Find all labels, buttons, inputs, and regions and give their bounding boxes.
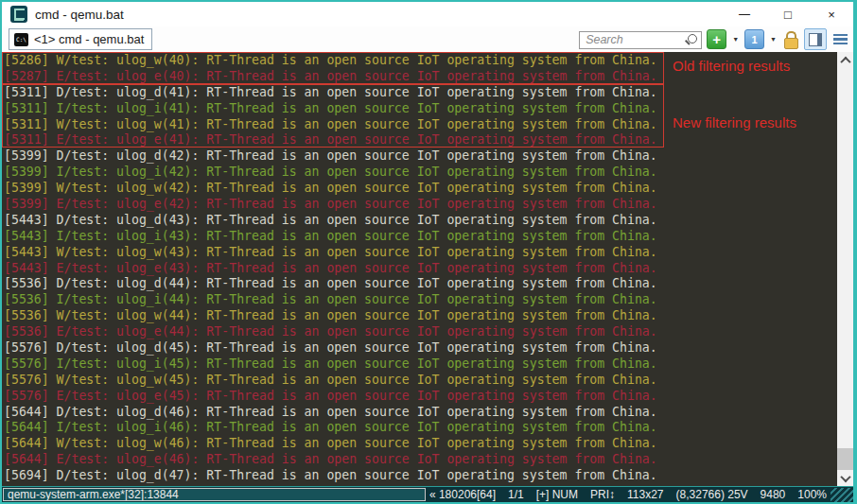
process-name: qemu-system-arm.exe*[32]:13844 xyxy=(3,488,426,501)
old-results-annotation-label: Old filtering results xyxy=(673,58,790,74)
window-title: cmd - qemu.bat xyxy=(35,8,124,22)
status-segment: « 180206[64] xyxy=(429,488,496,501)
window-number-button[interactable]: 1 xyxy=(744,29,764,49)
terminal-line: [5399] W/test: ulog_w(42): RT-Thread is … xyxy=(4,181,839,197)
terminal-line: [5576] E/test: ulog_e(45): RT-Thread is … xyxy=(4,389,839,405)
status-segment: (8,32766) 25V xyxy=(676,488,748,501)
maximize-button[interactable]: □ xyxy=(766,2,810,26)
scroll-down-button[interactable] xyxy=(837,470,853,486)
terminal-line: [5443] W/test: ulog_w(43): RT-Thread is … xyxy=(4,245,839,261)
terminal-line: [5536] W/test: ulog_w(44): RT-Thread is … xyxy=(4,308,839,324)
terminal-line: [5443] E/test: ulog_e(43): RT-Thread is … xyxy=(4,261,839,277)
status-bar: qemu-system-arm.exe*[32]:13844 « 180206[… xyxy=(2,486,853,502)
title-left: cmd - qemu.bat xyxy=(2,6,723,23)
terminal-line: [5443] D/test: ulog_d(43): RT-Thread is … xyxy=(4,213,839,229)
terminal-line: [5536] I/test: ulog_i(44): RT-Thread is … xyxy=(4,292,839,308)
terminal-output: [5286] W/test: ulog_w(40): RT-Thread is … xyxy=(2,52,853,486)
terminal-line: [5443] I/test: ulog_i(43): RT-Thread is … xyxy=(4,229,839,245)
new-console-dropdown-icon[interactable]: ▼ xyxy=(731,36,740,43)
lock-button[interactable] xyxy=(782,30,799,48)
terminal-line: [5576] W/test: ulog_w(45): RT-Thread is … xyxy=(4,373,839,389)
terminal-line: [5311] E/test: ulog_e(41): RT-Thread is … xyxy=(4,132,839,148)
search-input[interactable] xyxy=(579,31,702,49)
window-dropdown-icon[interactable]: ▼ xyxy=(769,36,778,43)
status-segment: 9480 xyxy=(761,488,786,501)
tab-bar: C:\ <1> cmd - qemu.bat + ▼ 1 ▼ xyxy=(2,26,853,52)
conemu-logo-icon xyxy=(10,6,27,23)
terminal-line: [5694] D/test: ulog_d(47): RT-Thread is … xyxy=(4,468,839,484)
terminal-line: [5644] W/test: ulog_w(46): RT-Thread is … xyxy=(4,436,839,452)
terminal-line: [5311] D/test: ulog_d(41): RT-Thread is … xyxy=(4,85,839,101)
hamburger-icon xyxy=(833,34,848,37)
status-segment: [+] NUM xyxy=(536,488,578,501)
terminal-line: [5644] I/test: ulog_i(46): RT-Thread is … xyxy=(4,420,839,436)
search-box xyxy=(579,30,702,48)
scroll-up-button[interactable] xyxy=(837,52,853,68)
tab-label: <1> cmd - qemu.bat xyxy=(34,32,144,46)
status-segment: 113x27 xyxy=(627,488,663,501)
status-segments: « 180206[64]1/1[+] NUMPRI↕113x27(8,32766… xyxy=(429,488,853,501)
resize-grip-icon[interactable] xyxy=(831,488,853,502)
terminal-line: [5536] D/test: ulog_d(44): RT-Thread is … xyxy=(4,276,839,292)
terminal-line: [5576] D/test: ulog_d(45): RT-Thread is … xyxy=(4,340,839,356)
terminal-line: [5399] E/test: ulog_e(42): RT-Thread is … xyxy=(4,197,839,213)
chevron-up-icon xyxy=(840,56,850,66)
status-segment: 1/1 xyxy=(508,488,524,501)
minimize-button[interactable]: — xyxy=(723,2,766,26)
status-segment: PRI↕ xyxy=(590,488,615,501)
sidebar-toggle-button[interactable] xyxy=(804,28,827,50)
tab-toolbar: + ▼ 1 ▼ xyxy=(579,28,853,50)
terminal-line: [5644] D/test: ulog_d(46): RT-Thread is … xyxy=(4,405,839,421)
tab-cmd[interactable]: C:\ <1> cmd - qemu.bat xyxy=(9,28,152,50)
close-button[interactable]: × xyxy=(810,2,853,26)
title-bar: cmd - qemu.bat — □ × xyxy=(2,2,853,26)
chevron-down-icon xyxy=(840,471,850,481)
scrollbar-thumb[interactable] xyxy=(837,448,853,470)
new-console-button[interactable]: + xyxy=(707,29,726,49)
new-results-annotation-label: New filtering results xyxy=(673,114,796,130)
terminal-line: [5576] I/test: ulog_i(45): RT-Thread is … xyxy=(4,356,839,373)
caption-buttons: — □ × xyxy=(723,2,853,26)
vertical-scrollbar[interactable] xyxy=(837,52,853,486)
terminal-line: [5536] E/test: ulog_e(44): RT-Thread is … xyxy=(4,324,839,340)
terminal-line: [5399] D/test: ulog_d(42): RT-Thread is … xyxy=(4,148,839,165)
terminal-line: [5644] E/test: ulog_e(46): RT-Thread is … xyxy=(4,452,839,468)
status-segment: 100% xyxy=(797,488,827,501)
cmd-icon: C:\ xyxy=(14,33,28,46)
sidebar-panel-icon xyxy=(809,33,822,46)
conemu-window: cmd - qemu.bat — □ × C:\ <1> cmd - qemu.… xyxy=(0,0,857,504)
menu-button[interactable] xyxy=(831,30,848,48)
terminal-line: [5399] I/test: ulog_i(42): RT-Thread is … xyxy=(4,165,839,181)
